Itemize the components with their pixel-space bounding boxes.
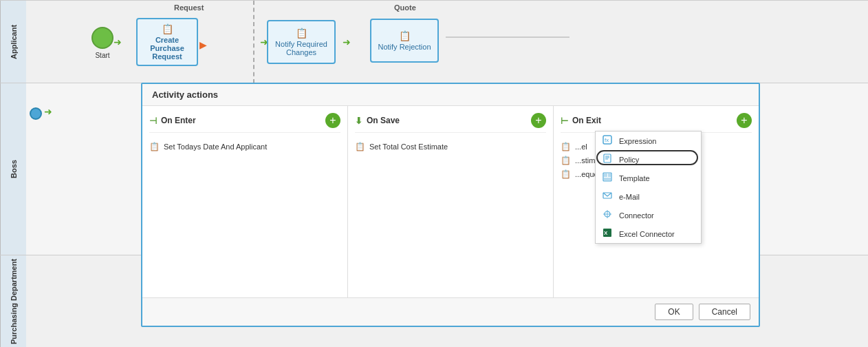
- dialog-body: ⊣ On Enter + 📋 Set Todays Date And Appli…: [142, 106, 759, 297]
- on-exit-icon: ⊢: [561, 116, 568, 126]
- boss-lane-label: Boss: [0, 83, 26, 255]
- dialog-title: Activity actions: [142, 84, 759, 106]
- svg-text:fx: fx: [605, 137, 609, 143]
- on-exit-item-1-icon: 📋: [561, 142, 571, 151]
- on-exit-panel: ⊢ On Exit + 📋 ...el 📋 ...stimate 📋 ...eq…: [554, 106, 759, 297]
- policy-icon: [603, 154, 614, 165]
- on-enter-header: ⊣ On Enter +: [149, 113, 340, 133]
- applicant-lane-content: Request Quote Start ➜ 📋 Create Purchase …: [26, 1, 868, 83]
- ok-button[interactable]: OK: [655, 304, 693, 320]
- notify-required-label: Notify Required Changes: [271, 40, 332, 56]
- set-total-cost-icon: 📋: [355, 142, 365, 151]
- on-exit-header: ⊢ On Exit +: [561, 113, 752, 133]
- svg-rect-9: [604, 178, 611, 180]
- notify-required-node[interactable]: 📋 Notify Required Changes: [267, 20, 336, 64]
- dropdown-item-template[interactable]: Template: [596, 169, 701, 187]
- svg-rect-8: [608, 174, 611, 177]
- dropdown-item-connector[interactable]: Connector: [596, 206, 701, 224]
- notify-rejection-label: Notify Rejection: [378, 43, 431, 51]
- dialog-footer: OK Cancel: [142, 297, 759, 326]
- dropdown-item-email[interactable]: e-Mail: [596, 187, 701, 206]
- email-icon: [603, 191, 614, 202]
- set-todays-date-item[interactable]: 📋 Set Todays Date And Applicant: [149, 140, 340, 154]
- boss-circle-node: [30, 107, 42, 120]
- on-save-header: ⬇ On Save +: [355, 113, 546, 133]
- cancel-button[interactable]: Cancel: [699, 304, 750, 320]
- notify-rejection-icon: 📋: [399, 30, 411, 41]
- expression-icon: fx: [603, 135, 614, 147]
- on-exit-title: ⊢ On Exit: [561, 116, 601, 126]
- dropdown-item-excel[interactable]: X Excel Connector: [596, 224, 701, 243]
- svg-text:X: X: [604, 230, 608, 236]
- on-enter-title: ⊣ On Enter: [149, 116, 196, 126]
- template-icon: [603, 172, 614, 184]
- on-enter-icon: ⊣: [149, 116, 157, 126]
- applicant-lane: Applicant Request Quote Start ➜ 📋 Create…: [0, 0, 868, 83]
- quote-section-label: Quote: [394, 3, 416, 12]
- on-enter-panel: ⊣ On Enter + 📋 Set Todays Date And Appli…: [142, 106, 348, 297]
- notify-rejection-node[interactable]: 📋 Notify Rejection: [370, 19, 439, 63]
- connector-icon: [603, 209, 614, 221]
- notify-rejection-arrow: ➜: [343, 36, 351, 48]
- create-purchase-out-arrow: ▶: [199, 39, 207, 50]
- create-purchase-node[interactable]: 📋 Create Purchase Request: [136, 18, 198, 66]
- on-enter-add-button[interactable]: +: [325, 113, 340, 128]
- action-type-dropdown: fx Expression: [595, 131, 702, 244]
- set-todays-date-icon: 📋: [149, 142, 160, 151]
- on-save-panel: ⬇ On Save + 📋 Set Total Cost Estimate: [348, 106, 554, 297]
- on-save-add-button[interactable]: +: [531, 113, 546, 128]
- svg-rect-2: [604, 154, 611, 162]
- activity-actions-dialog: Activity actions ⊣ On Enter + 📋 Set Toda…: [141, 83, 760, 327]
- on-exit-item-3-icon: 📋: [561, 169, 571, 179]
- start-node: [91, 27, 113, 49]
- boss-arrow: ➜: [44, 106, 52, 117]
- create-purchase-label: Create Purchase Request: [140, 36, 194, 61]
- start-arrow: ➜: [113, 36, 122, 48]
- svg-rect-7: [604, 174, 607, 177]
- excel-icon: X: [603, 228, 614, 240]
- set-total-cost-item[interactable]: 📋 Set Total Cost Estimate: [355, 140, 546, 154]
- dropdown-item-policy[interactable]: Policy: [596, 150, 701, 169]
- request-section-label: Request: [174, 3, 204, 12]
- create-purchase-icon: 📋: [162, 23, 173, 34]
- h-line-1: [446, 36, 569, 38]
- purchasing-lane-label: Purchasing Department: [0, 255, 26, 347]
- notify-required-icon: 📋: [296, 28, 307, 39]
- on-exit-add-button[interactable]: +: [737, 113, 752, 128]
- on-exit-item-2-icon: 📋: [561, 156, 571, 165]
- dropdown-item-expression[interactable]: fx Expression: [596, 132, 701, 150]
- start-label: Start: [91, 52, 113, 59]
- on-save-icon: ⬇: [355, 116, 362, 126]
- applicant-lane-label: Applicant: [0, 1, 26, 83]
- on-save-title: ⬇ On Save: [355, 116, 400, 126]
- dashed-separator: [253, 1, 254, 83]
